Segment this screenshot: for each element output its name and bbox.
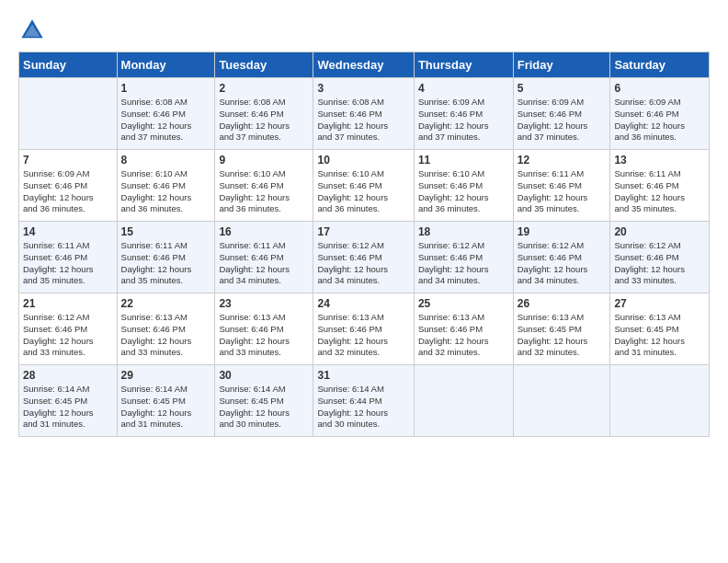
calendar-cell: 25Sunrise: 6:13 AM Sunset: 6:46 PM Dayli…: [414, 293, 513, 365]
calendar-cell: 10Sunrise: 6:10 AM Sunset: 6:46 PM Dayli…: [313, 150, 414, 222]
logo: [18, 17, 50, 44]
day-number: 7: [23, 154, 113, 167]
day-number: 8: [121, 154, 211, 167]
day-number: 30: [219, 369, 309, 382]
cell-info: Sunrise: 6:08 AM Sunset: 6:46 PM Dayligh…: [219, 97, 309, 144]
day-number: 19: [518, 225, 607, 238]
day-number: 13: [614, 154, 705, 167]
cell-info: Sunrise: 6:10 AM Sunset: 6:46 PM Dayligh…: [219, 168, 309, 215]
day-number: 25: [418, 297, 509, 310]
weekday-header-wednesday: Wednesday: [313, 52, 414, 78]
calendar-cell: 28Sunrise: 6:14 AM Sunset: 6:45 PM Dayli…: [19, 365, 118, 437]
calendar-cell: 30Sunrise: 6:14 AM Sunset: 6:45 PM Dayli…: [215, 365, 313, 437]
calendar-cell: 11Sunrise: 6:10 AM Sunset: 6:46 PM Dayli…: [414, 150, 513, 222]
calendar-cell: 13Sunrise: 6:11 AM Sunset: 6:46 PM Dayli…: [610, 150, 710, 222]
day-number: 20: [614, 225, 705, 238]
week-row-4: 21Sunrise: 6:12 AM Sunset: 6:46 PM Dayli…: [19, 293, 710, 365]
day-number: 14: [23, 225, 113, 238]
weekday-header-sunday: Sunday: [19, 52, 118, 78]
calendar-cell: 3Sunrise: 6:08 AM Sunset: 6:46 PM Daylig…: [313, 78, 414, 150]
weekday-header-friday: Friday: [513, 52, 610, 78]
cell-info: Sunrise: 6:11 AM Sunset: 6:46 PM Dayligh…: [121, 240, 211, 287]
calendar-cell: 8Sunrise: 6:10 AM Sunset: 6:46 PM Daylig…: [117, 150, 215, 222]
day-number: 27: [614, 297, 705, 310]
calendar-cell: [513, 365, 610, 437]
calendar-cell: 23Sunrise: 6:13 AM Sunset: 6:46 PM Dayli…: [215, 293, 313, 365]
calendar-cell: 27Sunrise: 6:13 AM Sunset: 6:45 PM Dayli…: [610, 293, 710, 365]
cell-info: Sunrise: 6:11 AM Sunset: 6:46 PM Dayligh…: [219, 240, 309, 287]
calendar-cell: 26Sunrise: 6:13 AM Sunset: 6:45 PM Dayli…: [513, 293, 610, 365]
cell-info: Sunrise: 6:13 AM Sunset: 6:46 PM Dayligh…: [317, 312, 409, 359]
week-row-2: 7Sunrise: 6:09 AM Sunset: 6:46 PM Daylig…: [19, 150, 710, 222]
calendar-cell: 12Sunrise: 6:11 AM Sunset: 6:46 PM Dayli…: [513, 150, 610, 222]
calendar-cell: 29Sunrise: 6:14 AM Sunset: 6:45 PM Dayli…: [117, 365, 215, 437]
cell-info: Sunrise: 6:10 AM Sunset: 6:46 PM Dayligh…: [317, 168, 409, 215]
day-number: 26: [518, 297, 607, 310]
cell-info: Sunrise: 6:13 AM Sunset: 6:45 PM Dayligh…: [518, 312, 607, 359]
day-number: 10: [317, 154, 409, 167]
day-number: 6: [614, 82, 705, 95]
calendar-cell: 14Sunrise: 6:11 AM Sunset: 6:46 PM Dayli…: [19, 222, 118, 293]
day-number: 29: [121, 369, 211, 382]
cell-info: Sunrise: 6:13 AM Sunset: 6:46 PM Dayligh…: [418, 312, 509, 359]
cell-info: Sunrise: 6:09 AM Sunset: 6:46 PM Dayligh…: [614, 97, 705, 144]
calendar-cell: 19Sunrise: 6:12 AM Sunset: 6:46 PM Dayli…: [513, 222, 610, 293]
calendar-cell: 21Sunrise: 6:12 AM Sunset: 6:46 PM Dayli…: [19, 293, 118, 365]
cell-info: Sunrise: 6:09 AM Sunset: 6:46 PM Dayligh…: [418, 97, 509, 144]
cell-info: Sunrise: 6:11 AM Sunset: 6:46 PM Dayligh…: [614, 168, 705, 215]
calendar-cell: 22Sunrise: 6:13 AM Sunset: 6:46 PM Dayli…: [117, 293, 215, 365]
cell-info: Sunrise: 6:12 AM Sunset: 6:46 PM Dayligh…: [518, 240, 607, 287]
day-number: 21: [23, 297, 113, 310]
cell-info: Sunrise: 6:13 AM Sunset: 6:45 PM Dayligh…: [614, 312, 705, 359]
cell-info: Sunrise: 6:11 AM Sunset: 6:46 PM Dayligh…: [518, 168, 607, 215]
day-number: 9: [219, 154, 309, 167]
day-number: 17: [317, 225, 409, 238]
weekday-header-thursday: Thursday: [414, 52, 513, 78]
calendar-cell: 20Sunrise: 6:12 AM Sunset: 6:46 PM Dayli…: [610, 222, 710, 293]
calendar-cell: 18Sunrise: 6:12 AM Sunset: 6:46 PM Dayli…: [414, 222, 513, 293]
day-number: 18: [418, 225, 509, 238]
cell-info: Sunrise: 6:14 AM Sunset: 6:44 PM Dayligh…: [317, 384, 409, 431]
calendar-cell: 5Sunrise: 6:09 AM Sunset: 6:46 PM Daylig…: [513, 78, 610, 150]
calendar-cell: 4Sunrise: 6:09 AM Sunset: 6:46 PM Daylig…: [414, 78, 513, 150]
cell-info: Sunrise: 6:14 AM Sunset: 6:45 PM Dayligh…: [219, 384, 309, 431]
calendar-cell: 6Sunrise: 6:09 AM Sunset: 6:46 PM Daylig…: [610, 78, 710, 150]
calendar-cell: 9Sunrise: 6:10 AM Sunset: 6:46 PM Daylig…: [215, 150, 313, 222]
weekday-header-monday: Monday: [117, 52, 215, 78]
day-number: 28: [23, 369, 113, 382]
cell-info: Sunrise: 6:14 AM Sunset: 6:45 PM Dayligh…: [121, 384, 211, 431]
cell-info: Sunrise: 6:08 AM Sunset: 6:46 PM Dayligh…: [121, 97, 211, 144]
week-row-5: 28Sunrise: 6:14 AM Sunset: 6:45 PM Dayli…: [19, 365, 710, 437]
cell-info: Sunrise: 6:14 AM Sunset: 6:45 PM Dayligh…: [23, 384, 113, 431]
cell-info: Sunrise: 6:08 AM Sunset: 6:46 PM Dayligh…: [317, 97, 409, 144]
weekday-header-saturday: Saturday: [610, 52, 710, 78]
calendar-table: SundayMondayTuesdayWednesdayThursdayFrid…: [18, 52, 710, 437]
calendar-cell: 2Sunrise: 6:08 AM Sunset: 6:46 PM Daylig…: [215, 78, 313, 150]
day-number: 5: [518, 82, 607, 95]
cell-info: Sunrise: 6:12 AM Sunset: 6:46 PM Dayligh…: [317, 240, 409, 287]
day-number: 12: [518, 154, 607, 167]
day-number: 24: [317, 297, 409, 310]
calendar-cell: [610, 365, 710, 437]
day-number: 11: [418, 154, 509, 167]
day-number: 1: [121, 82, 211, 95]
weekday-header-row: SundayMondayTuesdayWednesdayThursdayFrid…: [19, 52, 710, 78]
cell-info: Sunrise: 6:13 AM Sunset: 6:46 PM Dayligh…: [219, 312, 309, 359]
cell-info: Sunrise: 6:10 AM Sunset: 6:46 PM Dayligh…: [418, 168, 509, 215]
day-number: 31: [317, 369, 409, 382]
cell-info: Sunrise: 6:09 AM Sunset: 6:46 PM Dayligh…: [23, 168, 113, 215]
day-number: 15: [121, 225, 211, 238]
logo-icon: [18, 17, 46, 44]
cell-info: Sunrise: 6:09 AM Sunset: 6:46 PM Dayligh…: [518, 97, 607, 144]
day-number: 4: [418, 82, 509, 95]
header: [18, 17, 710, 44]
calendar-cell: [19, 78, 118, 150]
calendar-cell: 31Sunrise: 6:14 AM Sunset: 6:44 PM Dayli…: [313, 365, 414, 437]
cell-info: Sunrise: 6:13 AM Sunset: 6:46 PM Dayligh…: [121, 312, 211, 359]
page-container: SundayMondayTuesdayWednesdayThursdayFrid…: [0, 0, 728, 446]
calendar-cell: 7Sunrise: 6:09 AM Sunset: 6:46 PM Daylig…: [19, 150, 118, 222]
cell-info: Sunrise: 6:10 AM Sunset: 6:46 PM Dayligh…: [121, 168, 211, 215]
calendar-cell: [414, 365, 513, 437]
cell-info: Sunrise: 6:11 AM Sunset: 6:46 PM Dayligh…: [23, 240, 113, 287]
calendar-cell: 1Sunrise: 6:08 AM Sunset: 6:46 PM Daylig…: [117, 78, 215, 150]
